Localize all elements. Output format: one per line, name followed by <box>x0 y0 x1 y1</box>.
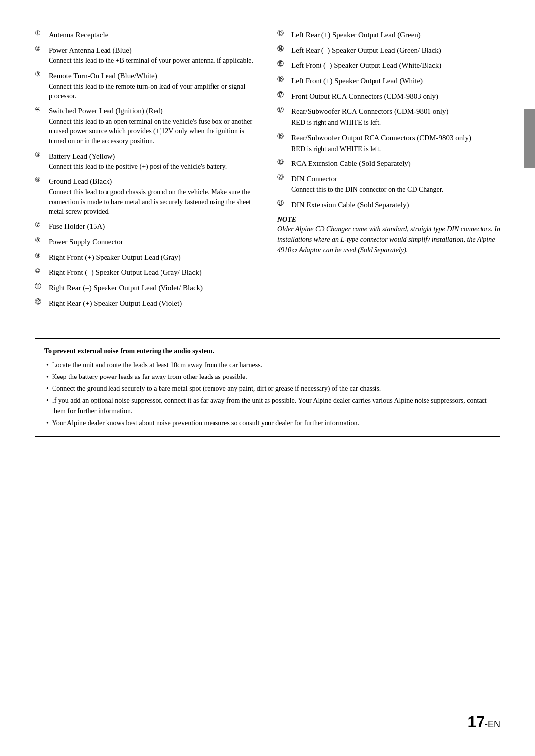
warning-list: Locate the unit and route the leads at l… <box>44 360 491 428</box>
list-item: ⑲ RCA Extension Cable (Sold Separately) <box>277 159 500 169</box>
list-item: Connect the ground lead securely to a ba… <box>44 383 491 394</box>
warning-title: To prevent external noise from entering … <box>44 346 491 357</box>
list-item: ⑦ Fuse Holder (15A) <box>35 221 258 232</box>
list-item: ⑩ Right Front (–) Speaker Output Lead (G… <box>35 268 258 278</box>
right-column: ⑬ Left Rear (+) Speaker Output Lead (Gre… <box>277 30 500 314</box>
list-item: ① Antenna Receptacle <box>35 30 258 40</box>
list-item: Your Alpine dealer knows best about nois… <box>44 418 491 428</box>
list-item: ⑯ Left Front (+) Speaker Output Lead (Wh… <box>277 76 500 86</box>
list-item: ⑰ Front Output RCA Connectors (CDM-9803 … <box>277 91 500 102</box>
page-number: 17-EN <box>467 713 500 731</box>
list-item: ⑤ Battery Lead (Yellow) Connect this lea… <box>35 151 258 172</box>
list-item: ⑧ Power Supply Connector <box>35 237 258 247</box>
list-item: Keep the battery power leads as far away… <box>44 372 491 382</box>
list-item: ⑫ Right Rear (+) Speaker Output Lead (Vi… <box>35 298 258 309</box>
list-item: ⑪ Right Rear (–) Speaker Output Lead (Vi… <box>35 283 258 293</box>
page: ① Antenna Receptacle ② Power Antenna Lea… <box>0 0 535 756</box>
list-item: ⑱ Rear/Subwoofer Output RCA Connectors (… <box>277 133 500 154</box>
content-area: ① Antenna Receptacle ② Power Antenna Lea… <box>35 30 500 314</box>
page-tab <box>524 109 535 168</box>
list-item: ⑬ Left Rear (+) Speaker Output Lead (Gre… <box>277 30 500 40</box>
warning-box: To prevent external noise from entering … <box>35 338 500 437</box>
note-label: NOTE <box>277 216 500 224</box>
list-item: ⑭ Left Rear (–) Speaker Output Lead (Gre… <box>277 45 500 55</box>
list-item: ② Power Antenna Lead (Blue) Connect this… <box>35 45 258 66</box>
list-item: ㉑ DIN Extension Cable (Sold Separately) <box>277 200 500 210</box>
list-item: ⑳ DIN Connector Connect this to the DIN … <box>277 174 500 195</box>
list-item: ⑮ Left Front (–) Speaker Output Lead (Wh… <box>277 60 500 71</box>
list-item: ⑥ Ground Lead (Black) Connect this lead … <box>35 176 258 216</box>
list-item: If you add an optional noise suppressor,… <box>44 395 491 416</box>
note-text: Older Alpine CD Changer came with standa… <box>277 224 500 255</box>
list-item: ③ Remote Turn-On Lead (Blue/White) Conne… <box>35 71 258 101</box>
left-column: ① Antenna Receptacle ② Power Antenna Lea… <box>35 30 258 314</box>
list-item: Locate the unit and route the leads at l… <box>44 360 491 370</box>
list-item: ⑰ Rear/Subwoofer RCA Connectors (CDM-980… <box>277 107 500 128</box>
list-item: ⑨ Right Front (+) Speaker Output Lead (G… <box>35 252 258 263</box>
list-item: ④ Switched Power Lead (Ignition) (Red) C… <box>35 106 258 146</box>
note-section: NOTE Older Alpine CD Changer came with s… <box>277 216 500 255</box>
